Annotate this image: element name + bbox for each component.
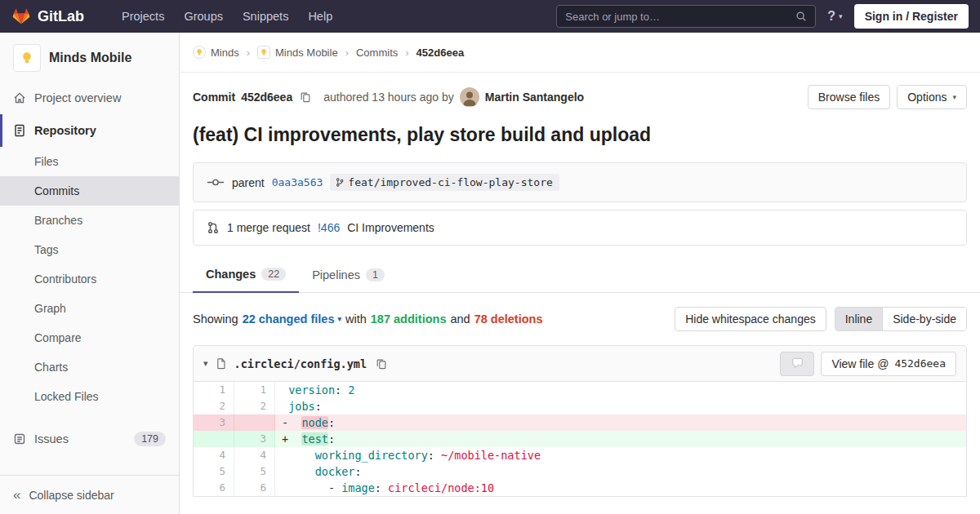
sidebar-item-tags[interactable]: Tags [0, 235, 179, 264]
old-line-number[interactable]: 2 [194, 398, 234, 414]
sidebar-item-branches[interactable]: Branches [0, 206, 179, 235]
collapse-sidebar-button[interactable]: « Collapse sidebar [0, 475, 179, 514]
gitlab-logo-icon[interactable] [11, 7, 31, 26]
nav-item-help[interactable]: Help [298, 10, 342, 23]
breadcrumb-item-minds[interactable]: Minds [193, 46, 239, 59]
commit-label: Commit [193, 91, 235, 104]
commit-meta-row: Commit 452d6eea authored 13 hours ago by… [180, 73, 980, 116]
sidebar-item-issues[interactable]: Issues 179 [0, 423, 179, 455]
sidebar-item-contributors[interactable]: Contributors [0, 264, 179, 294]
new-line-number[interactable] [234, 414, 275, 431]
breadcrumb-label: Minds Mobile [275, 47, 338, 59]
search-placeholder: Search or jump to… [565, 11, 660, 23]
diff-row: 22 jobs: [194, 398, 966, 414]
copy-filepath-button[interactable] [374, 357, 389, 371]
commit-title: (feat) CI improvements, play store build… [193, 124, 967, 146]
double-chevron-left-icon: « [13, 488, 20, 502]
diff-view-mode-toggle: Inline Side-by-side [835, 307, 967, 331]
chevron-down-icon: ▾ [337, 315, 341, 323]
nav-item-projects[interactable]: Projects [112, 10, 174, 23]
hide-whitespace-button[interactable]: Hide whitespace changes [675, 307, 826, 331]
branch-icon [335, 177, 345, 188]
view-mode-inline[interactable]: Inline [835, 308, 882, 330]
sidebar-item-compare[interactable]: Compare [0, 323, 179, 352]
diff-table: 11 version: 222 jobs:3- node:3+ test:44 … [194, 382, 966, 496]
copy-commit-sha-button[interactable] [298, 90, 313, 104]
code-line: version: 2 [275, 382, 966, 398]
sidebar-item-label: Issues [34, 432, 69, 445]
repository-subnav: FilesCommitsBranchesTagsContributorsGrap… [0, 147, 179, 411]
browse-files-button[interactable]: Browse files [808, 85, 890, 109]
sign-in-button[interactable]: Sign in / Register [854, 4, 969, 29]
diff-file-header: ▾ .circleci/config.yml [194, 346, 966, 382]
sidebar-item-graph[interactable]: Graph [0, 294, 179, 323]
project-avatar-small [257, 46, 270, 59]
search-input[interactable]: Search or jump to… [556, 5, 816, 28]
author-name[interactable]: Martin Santangelo [485, 91, 584, 104]
chevron-down-icon: ▾ [839, 12, 843, 20]
collapse-diff-icon[interactable]: ▾ [203, 358, 208, 369]
new-line-number[interactable]: 2 [234, 398, 275, 414]
changed-files-label: 22 changed files [243, 312, 335, 326]
gitlab-wordmark[interactable]: GitLab [38, 8, 84, 25]
project-header[interactable]: Minds Mobile [0, 33, 179, 82]
tab-pipelines[interactable]: Pipelines 1 [299, 257, 398, 292]
sidebar-item-commits[interactable]: Commits [0, 176, 179, 206]
old-line-number[interactable]: 3 [194, 414, 234, 431]
help-icon: ? [827, 9, 835, 24]
diff-summary-row: Showing 22 changed files ▾ with 187 addi… [180, 293, 980, 345]
author-avatar[interactable] [460, 87, 479, 107]
help-dropdown[interactable]: ? ▾ [827, 9, 842, 24]
new-line-number[interactable]: 6 [234, 480, 275, 496]
collapse-sidebar-label: Collapse sidebar [29, 489, 114, 502]
code-line: jobs: [275, 398, 966, 414]
code-line: working_directory: ~/mobile-native [275, 447, 966, 463]
sidebar-item-project-overview[interactable]: Project overview [0, 82, 179, 114]
project-sidebar: Minds Mobile Project overview Repository… [0, 33, 180, 514]
commit-tabs: Changes 22 Pipelines 1 [180, 257, 980, 293]
new-line-number[interactable]: 4 [234, 447, 275, 463]
new-line-number[interactable]: 5 [234, 463, 275, 480]
view-mode-side-by-side[interactable]: Side-by-side [882, 308, 966, 330]
old-line-number[interactable]: 6 [194, 480, 234, 496]
parent-commit-box: parent 0aa3a563 feat/improved-ci-flow-pl… [193, 162, 967, 202]
sidebar-item-repository[interactable]: Repository [0, 114, 179, 147]
additions-count: 187 additions [371, 312, 447, 326]
new-line-number[interactable]: 1 [234, 382, 275, 398]
old-line-number[interactable]: 4 [194, 447, 234, 463]
breadcrumb-item-minds-mobile[interactable]: Minds Mobile [257, 46, 338, 59]
nav-item-snippets[interactable]: Snippets [233, 10, 298, 23]
diff-row: 44 working_directory: ~/mobile-native [194, 447, 966, 463]
parent-sha-link[interactable]: 0aa3a563 [272, 176, 323, 188]
file-icon [216, 357, 227, 370]
sidebar-item-charts[interactable]: Charts [0, 352, 179, 382]
sidebar-item-locked-files[interactable]: Locked Files [0, 382, 179, 411]
sidebar-item-files[interactable]: Files [0, 147, 179, 176]
and-label: and [450, 312, 470, 326]
project-name: Minds Mobile [49, 51, 131, 65]
options-dropdown-button[interactable]: Options ▾ [897, 85, 967, 109]
breadcrumb-item-commits[interactable]: Commits [356, 47, 398, 59]
changed-files-dropdown[interactable]: 22 changed files ▾ [243, 312, 341, 326]
merge-request-box: 1 merge request !466 CI Improvements [193, 210, 967, 246]
tab-count-badge: 22 [261, 268, 286, 281]
sidebar-item-label: Repository [34, 124, 96, 137]
branch-ref-pill[interactable]: feat/improved-ci-flow-play-store [330, 174, 559, 191]
with-label: with [345, 312, 367, 326]
old-line-number[interactable]: 5 [194, 463, 234, 480]
deletions-count: 78 deletions [474, 312, 543, 326]
mr-ref-link[interactable]: !466 [318, 221, 340, 234]
diff-filename[interactable]: .circleci/config.yml [234, 357, 368, 370]
toggle-comments-button[interactable] [780, 352, 814, 376]
old-line-number[interactable] [194, 431, 234, 447]
old-line-number[interactable]: 1 [194, 382, 234, 398]
breadcrumb-label: Commits [356, 47, 398, 59]
search-icon [795, 11, 807, 22]
nav-item-groups[interactable]: Groups [174, 10, 233, 23]
breadcrumb: Minds › Minds Mobile › Commits › 452d6ee… [180, 33, 980, 73]
tab-changes[interactable]: Changes 22 [193, 257, 299, 293]
new-line-number[interactable]: 3 [234, 431, 275, 447]
view-file-button[interactable]: View file @ 452d6eea [821, 352, 956, 376]
options-label: Options [907, 91, 947, 104]
mr-count-text: 1 merge request [227, 221, 310, 234]
